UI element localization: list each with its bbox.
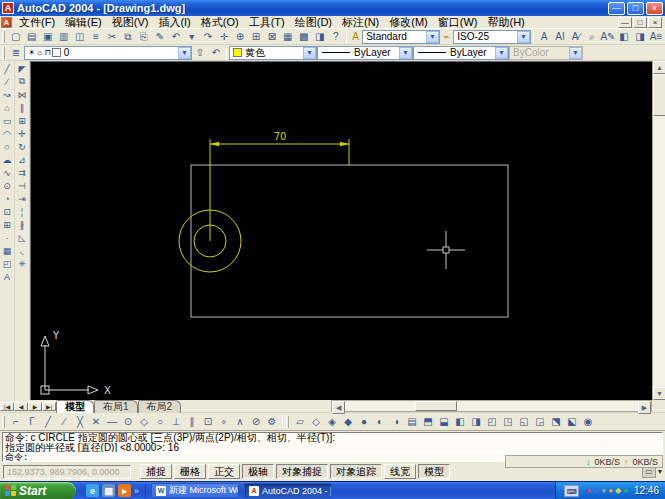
view-right-view[interactable]: ◨ (468, 414, 484, 430)
chevron-down-icon[interactable]: ▼ (426, 31, 439, 43)
menu-tools[interactable]: 工具(T) (244, 16, 290, 29)
status-toggle-osnap[interactable]: 对象捕捉 (276, 464, 328, 479)
tab-nav-first[interactable]: |◀ (0, 402, 14, 411)
modify-move[interactable]: ✛ (15, 127, 29, 140)
chevron-down-icon[interactable]: ▼ (178, 47, 191, 59)
titlebar-button-minimize[interactable]: — (608, 2, 625, 15)
color-combo[interactable]: 黄色 ▼ (229, 46, 317, 60)
standard-undo-list[interactable]: ▾ (184, 29, 200, 44)
standard-match-properties[interactable]: ✎ (152, 29, 168, 44)
status-toggle-snap[interactable]: 捕捉 (140, 464, 172, 479)
tab-layout2[interactable]: 布局2 (138, 400, 182, 413)
osnap-snap-insert[interactable]: ⊡ (200, 414, 216, 430)
menu-window[interactable]: 窗口(W) (433, 16, 483, 29)
view-back-view[interactable]: ◳ (500, 414, 516, 430)
draw-multiline-text[interactable]: A (0, 270, 14, 283)
draw-ellipse[interactable]: ⊙ (0, 179, 14, 192)
menu-edit[interactable]: 编辑(E) (60, 16, 107, 29)
horizontal-scrollbar[interactable]: ◀ ▶ (331, 400, 652, 412)
layer-manager-icon[interactable]: ≣ (8, 45, 24, 60)
horizontal-scroll-thumb[interactable] (415, 401, 457, 411)
draw-line[interactable]: ╱ (0, 62, 14, 75)
standard-designcenter[interactable]: ▦ (280, 29, 296, 44)
text-edit-text[interactable]: A∕ (568, 29, 584, 44)
tray-icon-messenger[interactable]: ◆ (593, 487, 599, 495)
text-convert-text[interactable]: A≡ (648, 29, 664, 44)
modify-extend[interactable]: ⇥ (15, 192, 29, 205)
vertical-scroll-thumb[interactable] (653, 74, 665, 116)
scroll-left-icon[interactable]: ◀ (332, 401, 345, 414)
modify-trim[interactable]: ⊣ (15, 179, 29, 192)
lineweight-combo[interactable]: ByLayer ▼ (413, 46, 509, 60)
modify-mirror[interactable]: ⋈ (15, 88, 29, 101)
quick-launch-overflow-icon[interactable]: » (134, 486, 139, 496)
text-text-style-manager[interactable]: A✎ (600, 29, 616, 44)
make-object-layer-current-icon[interactable]: ⇪ (192, 45, 208, 60)
standard-copy[interactable]: ⧉ (120, 29, 136, 44)
draw-circle[interactable]: ○ (0, 140, 14, 153)
tab-layout1[interactable]: 布局1 (94, 400, 138, 413)
modify-copy-object[interactable]: ⧉ (15, 75, 29, 88)
child-window-button-minimize[interactable]: — (618, 17, 632, 28)
standard-cut[interactable]: ✂ (104, 29, 120, 44)
status-toggle-ortho[interactable]: 正交 (208, 464, 240, 479)
menu-view[interactable]: 视图(V) (107, 16, 154, 29)
menu-insert[interactable]: 插入(I) (153, 16, 195, 29)
draw-polygon[interactable]: ⌂ (0, 101, 14, 114)
menu-help[interactable]: 帮助(H) (483, 16, 530, 29)
drawing-icon[interactable]: A (1, 17, 12, 28)
language-indicator[interactable]: ⌨ (564, 485, 579, 497)
view-left-view[interactable]: ◧ (452, 414, 468, 430)
toolbar-grip[interactable] (2, 31, 5, 43)
menu-file[interactable]: 文件(F) (14, 16, 60, 29)
chevron-down-icon[interactable]: ▼ (399, 47, 412, 59)
tray-icon-input-method[interactable]: ● (601, 487, 606, 495)
dim-style-combo[interactable]: ISO-25 ▼ (453, 30, 531, 44)
status-toggle-model-space[interactable]: 模型 (418, 464, 450, 479)
modify-break-at-point[interactable]: ¦ (15, 205, 29, 218)
scroll-right-icon[interactable]: ▶ (638, 401, 651, 414)
draw-rectangle[interactable]: ▭ (0, 114, 14, 127)
toolbar-grip[interactable] (2, 47, 5, 59)
tab-nav-next[interactable]: ▶ (28, 402, 42, 411)
taskbar-clock[interactable]: 12:46 (634, 485, 659, 496)
menu-format[interactable]: 格式(O) (196, 16, 244, 29)
draw-make-block[interactable]: ⊞ (0, 218, 14, 231)
standard-zoom-realtime[interactable]: ⊕ (232, 29, 248, 44)
tray-icon-safety[interactable]: ● (623, 487, 628, 495)
media-player-icon[interactable]: ▸ (118, 484, 131, 497)
modify-explode[interactable]: ✳ (15, 257, 29, 270)
toolbar-grip[interactable] (2, 416, 5, 428)
draw-point[interactable]: ∙ (0, 231, 14, 244)
layer-lock-icon[interactable]: ⊓ (45, 48, 51, 57)
view-se-isometric[interactable]: ◲ (532, 414, 548, 430)
status-toggle-grid[interactable]: 栅格 (174, 464, 206, 479)
tab-model[interactable]: 模型 (56, 400, 94, 413)
chevron-down-icon[interactable]: ▼ (303, 47, 316, 59)
drawing-canvas[interactable]: 70 Y X (30, 61, 652, 400)
osnap-snap-from[interactable]: Γ (24, 414, 40, 430)
osnap-snap-parallel[interactable]: ∥ (184, 414, 200, 430)
standard-undo[interactable]: ↶ (168, 29, 184, 44)
draw-hatch[interactable]: ▦ (0, 244, 14, 257)
osnap-snap-center[interactable]: ⊙ (120, 414, 136, 430)
osnap-snap-tangent[interactable]: ○ (152, 414, 168, 430)
text-multiline-text[interactable]: A (536, 29, 552, 44)
view-gouraud-shaded[interactable]: ● (356, 414, 372, 430)
modify-array[interactable]: ⊞ (15, 114, 29, 127)
titlebar-button-restore[interactable]: □ (627, 2, 644, 15)
standard-zoom-previous[interactable]: ⊠ (264, 29, 280, 44)
view-flat-shaded[interactable]: ◆ (340, 414, 356, 430)
task-button-word[interactable]: W 新建 Microsoft Word ... (151, 483, 239, 498)
text-find-text[interactable]: ⌕ (584, 29, 600, 44)
view-named-views[interactable]: ▤ (404, 414, 420, 430)
view-ne-isometric[interactable]: ⬔ (548, 414, 564, 430)
status-tray-chevron-icon[interactable]: ▾ (658, 467, 662, 476)
osnap-snap-extension[interactable]: — (104, 414, 120, 430)
status-toggle-lineweight[interactable]: 线宽 (384, 464, 416, 479)
start-button[interactable]: Start (0, 482, 76, 499)
show-desktop-icon[interactable]: ▤ (102, 484, 115, 497)
tray-icon-download-manager[interactable]: ● (608, 487, 613, 495)
osnap-snap-intersection[interactable]: ╳ (72, 414, 88, 430)
task-button-autocad[interactable]: A AutoCAD 2004 - [Dra... (244, 483, 332, 498)
